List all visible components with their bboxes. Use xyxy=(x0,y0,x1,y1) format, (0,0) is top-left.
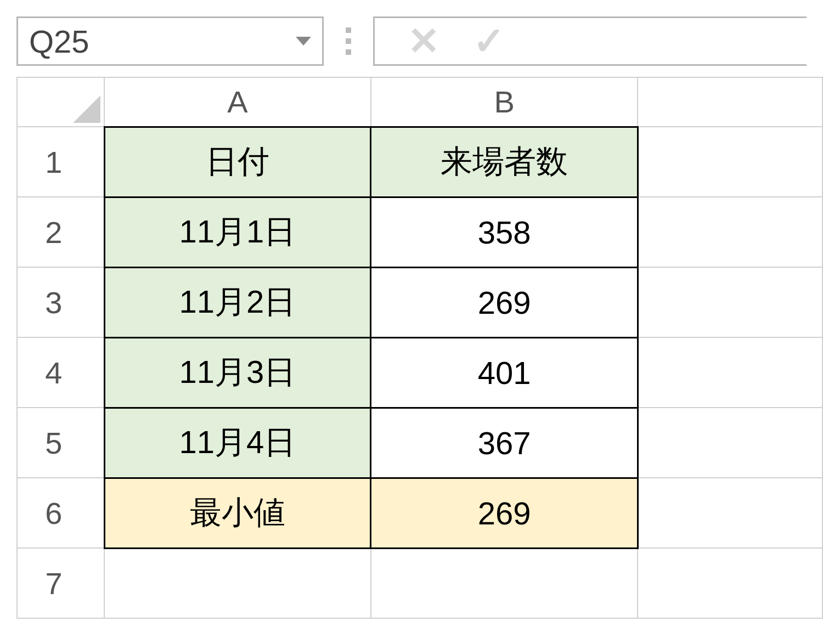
cell-A5[interactable]: 11月4日 xyxy=(104,408,371,478)
row-header-2[interactable]: 2 xyxy=(17,197,104,267)
cell-A1[interactable]: 日付 xyxy=(104,127,371,197)
cell-C7[interactable] xyxy=(638,548,822,618)
cell-C3[interactable] xyxy=(638,267,822,337)
name-box[interactable]: Q25 xyxy=(16,16,324,66)
dropdown-icon[interactable] xyxy=(296,37,311,46)
spreadsheet-grid[interactable]: A B 1 日付 来場者数 2 11月1日 358 3 11月2日 269 4 … xyxy=(16,77,823,619)
cell-A4[interactable]: 11月3日 xyxy=(104,337,371,408)
cell-C4[interactable] xyxy=(638,337,822,408)
cell-A7[interactable] xyxy=(104,548,371,618)
formula-input-area[interactable]: ✕ ✓ xyxy=(373,16,807,66)
cell-B5[interactable]: 367 xyxy=(371,408,638,478)
cell-A6[interactable]: 最小値 xyxy=(104,478,371,548)
cell-C1[interactable] xyxy=(638,127,822,197)
row-header-7[interactable]: 7 xyxy=(17,548,104,618)
cell-B7[interactable] xyxy=(371,548,638,618)
select-all-button[interactable] xyxy=(17,77,104,127)
row-header-6[interactable]: 6 xyxy=(17,478,104,548)
formula-bar: Q25 ✕ ✓ xyxy=(0,0,823,77)
enter-icon: ✓ xyxy=(473,22,505,60)
name-box-value: Q25 xyxy=(29,23,89,60)
cell-C6[interactable] xyxy=(638,478,822,548)
column-header-C[interactable] xyxy=(638,77,822,127)
cell-B3[interactable]: 269 xyxy=(371,267,638,337)
cell-C2[interactable] xyxy=(638,197,822,267)
cell-B6[interactable]: 269 xyxy=(371,478,638,548)
cancel-icon: ✕ xyxy=(408,22,440,60)
row-header-5[interactable]: 5 xyxy=(17,408,104,478)
column-header-A[interactable]: A xyxy=(104,77,371,127)
row-header-1[interactable]: 1 xyxy=(17,127,104,197)
cell-A2[interactable]: 11月1日 xyxy=(104,197,371,267)
cell-C5[interactable] xyxy=(638,408,822,478)
cell-B4[interactable]: 401 xyxy=(371,337,638,408)
column-header-B[interactable]: B xyxy=(371,77,638,127)
row-header-4[interactable]: 4 xyxy=(17,337,104,408)
cell-A3[interactable]: 11月2日 xyxy=(104,267,371,337)
cell-B2[interactable]: 358 xyxy=(371,197,638,267)
cell-B1[interactable]: 来場者数 xyxy=(371,127,638,197)
formula-bar-separator xyxy=(340,27,357,55)
row-header-3[interactable]: 3 xyxy=(17,267,104,337)
